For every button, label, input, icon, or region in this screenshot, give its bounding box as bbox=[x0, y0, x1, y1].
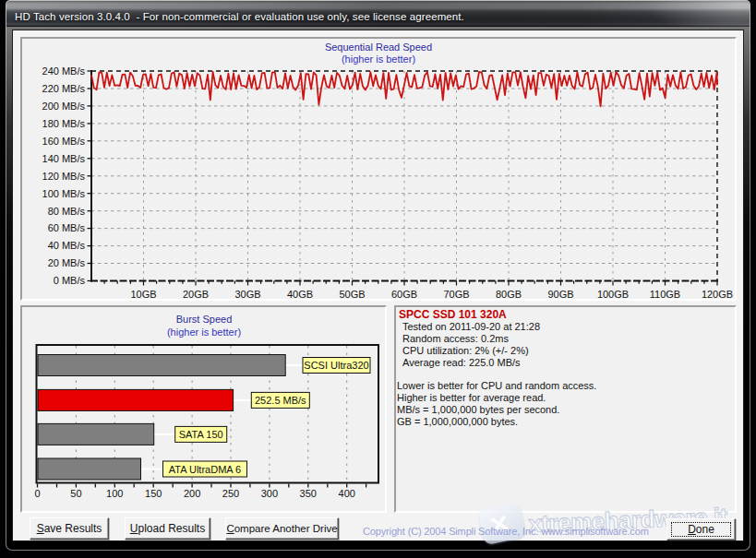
svg-text:ATA UltraDMA 6: ATA UltraDMA 6 bbox=[169, 464, 241, 475]
svg-text:SATA 150: SATA 150 bbox=[179, 429, 223, 440]
svg-text:400: 400 bbox=[339, 488, 355, 499]
svg-text:0: 0 bbox=[34, 488, 40, 499]
svg-text:SCSI Ultra320: SCSI Ultra320 bbox=[304, 360, 368, 371]
svg-text:250: 250 bbox=[222, 488, 239, 499]
svg-text:50: 50 bbox=[70, 488, 81, 499]
svg-text:100: 100 bbox=[106, 488, 123, 499]
svg-text:252.5 MB/s: 252.5 MB/s bbox=[255, 395, 306, 406]
svg-text:150: 150 bbox=[145, 488, 162, 499]
svg-text:350: 350 bbox=[300, 488, 317, 499]
svg-text:200: 200 bbox=[184, 488, 200, 499]
svg-text:300: 300 bbox=[261, 488, 278, 499]
